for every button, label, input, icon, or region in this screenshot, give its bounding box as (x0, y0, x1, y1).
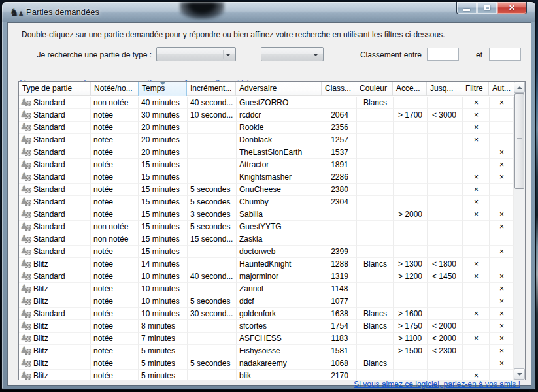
column-header-increment[interactable]: Incrément... (187, 82, 236, 96)
table-row[interactable]: ♟Standardnon notée15 minutes5 secondesGu… (19, 221, 514, 233)
cell-below (428, 246, 463, 258)
cell-increment (188, 146, 237, 159)
cell-rating: 1288 (322, 258, 357, 270)
table-row[interactable]: ♟Blitznotée5 minutesblik2170× (19, 370, 514, 380)
cell-time: 15 minutes (139, 246, 188, 258)
table-row[interactable]: ♟Blitznotée7 minutesASFCHESS1183> 1100< … (19, 333, 514, 345)
column-header-auto[interactable]: Aut... (489, 82, 513, 96)
table-row[interactable]: ♟Standardnotée20 minutesRookie2356× (19, 122, 514, 134)
cell-rated: notée (91, 246, 139, 258)
column-header-time[interactable]: Temps (138, 82, 187, 96)
cell-opponent: goldenfork (237, 308, 322, 320)
column-header-filter[interactable]: Filtre (462, 82, 489, 96)
table-row[interactable]: ♟Standardnotée30 minutes10 second...rcdd… (19, 109, 514, 122)
scrollbar-thumb[interactable] (514, 93, 524, 189)
game-type-label: Blitz (33, 258, 48, 270)
maximize-button[interactable] (477, 2, 497, 14)
cell-time: 15 minutes (139, 184, 188, 196)
cell-color (357, 246, 394, 258)
game-type-label: Standard (33, 270, 65, 282)
pawn-icon: ♟ (21, 259, 31, 269)
cell-filter (463, 146, 490, 159)
rating-between-label: Classement entre (356, 50, 422, 59)
table-row[interactable]: ♟Standardnotée15 minutesAttractor1891× (19, 159, 514, 171)
cell-below (428, 221, 463, 233)
table-row[interactable]: ♟Blitznotée8 minutessfcortes1754Blancs> … (19, 320, 514, 333)
rating-max-input[interactable] (489, 48, 521, 61)
cell-time: 15 minutes (139, 233, 188, 246)
cell-filter: × (463, 134, 490, 146)
scroll-up-button[interactable] (514, 82, 525, 93)
table-row[interactable]: ♟Standardnotée15 minutes3 secondesSabill… (19, 208, 514, 221)
vertical-scrollbar[interactable] (514, 82, 525, 380)
table-row[interactable]: ♟Blitznotée14 minutesHauntedKnight1288Bl… (19, 258, 514, 270)
cell-opponent: Donblack (237, 134, 322, 146)
minimize-button[interactable] (456, 2, 477, 14)
table-row[interactable]: ♟Standardnotée20 minutesTheLastSionEarth… (19, 146, 514, 159)
table-row[interactable]: ♟Blitznotée5 minutes5 secondesnadakareem… (19, 357, 514, 370)
table-row[interactable]: ♟Standardnotée10 minutes30 second...gold… (19, 308, 514, 320)
cell-filter: × (463, 171, 490, 184)
cell-rating: 2380 (322, 184, 357, 196)
cell-increment: 40 second... (188, 97, 237, 109)
cell-time: 20 minutes (139, 122, 188, 134)
cell-increment (188, 246, 237, 258)
column-header-below[interactable]: Jusq... (427, 82, 462, 96)
table-row[interactable]: ♟Standardnon notée15 minutes15 second...… (19, 233, 514, 246)
table-row[interactable]: ♟Standardnon notée40 minutes40 second...… (19, 97, 514, 109)
scroll-down-button[interactable] (514, 368, 525, 380)
cell-time: 15 minutes (139, 171, 188, 184)
column-header-above[interactable]: Acce... (393, 82, 427, 96)
column-header-color[interactable]: Couleur (356, 82, 393, 96)
column-header-type[interactable]: Type de partie (19, 82, 91, 96)
cell-auto: × (490, 333, 514, 345)
cell-rated: non notée (91, 233, 139, 246)
cell-opponent: Fishysoisse (237, 345, 322, 357)
cell-opponent: GuestYYTG (237, 221, 322, 233)
table-row[interactable]: ♟Standardnotée15 minutesdoctorweb2399× (19, 246, 514, 258)
table-row[interactable]: ♟Blitznotée10 minutesZannol1148× (19, 283, 514, 295)
column-header-label: Temps (142, 84, 165, 93)
column-header-label: Acce... (396, 84, 420, 93)
cell-filter: × (463, 122, 490, 134)
cell-color (357, 146, 394, 159)
pawn-icon: ♟ (21, 272, 31, 282)
cell-increment: 15 second... (188, 233, 237, 246)
column-header-opponent[interactable]: Adversaire (236, 82, 322, 96)
table-row[interactable]: ♟Blitznotée10 minutes5 secondesddcf1077× (19, 295, 514, 308)
game-type-label: Blitz (33, 333, 48, 344)
column-header-rated[interactable]: Notée/no... (91, 82, 139, 96)
title-bar[interactable]: ♞♟ Parties demandées (2, 2, 535, 22)
arrow-up-icon (517, 86, 522, 89)
column-header-rating[interactable]: Class... (322, 82, 356, 96)
table-row[interactable]: ♟Standardnotée15 minutesKnightsmasher228… (19, 171, 514, 184)
pawn-icon: ♟ (21, 321, 31, 331)
cell-filter (463, 345, 490, 357)
cell-increment (188, 122, 237, 134)
game-type-combobox[interactable] (156, 47, 236, 61)
cell-rating: 1754 (322, 320, 357, 333)
table-row[interactable]: ♟Standardnotée20 minutesDonblack1257× (19, 134, 514, 146)
cell-below (428, 233, 463, 246)
cell-above (394, 370, 428, 380)
share-link[interactable]: Si vous aimez ce logiciel, parlez-en à v… (354, 380, 520, 389)
cell-rating (322, 97, 357, 109)
table-row[interactable]: ♟Standardnotée10 minutes40 second...majo… (19, 270, 514, 283)
table-row[interactable]: ♟Standardnotée15 minutes5 secondesGnuChe… (19, 184, 514, 196)
table-row[interactable]: ♟Standardnotée15 minutes5 secondesChumby… (19, 196, 514, 208)
cell-type: ♟Standard (19, 134, 91, 146)
cell-opponent: blik (237, 370, 322, 380)
pawn-icon: ♟ (21, 172, 31, 182)
cell-rated: notée (91, 171, 139, 184)
column-header-label: Class... (325, 84, 351, 93)
table-row[interactable]: ♟Blitznotée5 minutesFishysoisse1581> 150… (19, 345, 514, 357)
cell-below (428, 134, 463, 146)
game-subtype-combobox[interactable] (261, 47, 324, 61)
cell-rated: notée (91, 295, 139, 308)
rating-min-input[interactable] (427, 48, 459, 61)
pawn-icon: ♟ (21, 135, 31, 145)
cell-auto (490, 134, 514, 146)
cell-time: 5 minutes (139, 345, 188, 357)
column-header-label: Filtre (465, 84, 483, 93)
close-button[interactable]: ✕ (497, 2, 527, 14)
